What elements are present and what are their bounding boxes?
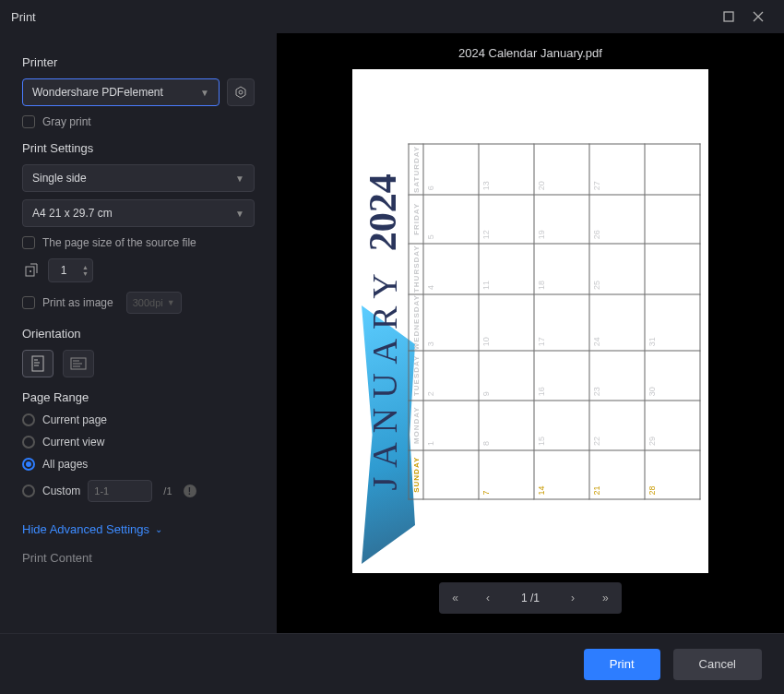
calendar-day-header: FRIDAY — [409, 194, 423, 243]
gray-print-checkbox[interactable] — [22, 115, 35, 128]
chevron-down-icon: ▼ — [235, 209, 244, 219]
calendar-cell: 30 — [645, 350, 700, 400]
orientation-landscape-button[interactable] — [63, 350, 94, 377]
page-navigator: « ‹ 1 /1 › » — [439, 582, 621, 614]
calendar-day-header: SATURDAY — [409, 144, 423, 195]
print-as-image-checkbox[interactable] — [22, 296, 35, 309]
calendar-cell — [645, 194, 700, 243]
copies-down[interactable]: ▼ — [82, 270, 89, 277]
calendar-cell: 19 — [534, 194, 589, 243]
calendar-cell: 11 — [479, 243, 534, 293]
calendar-cell: 6 — [423, 144, 479, 195]
maximize-button[interactable] — [714, 4, 743, 30]
page-range-label: Page Range — [22, 390, 255, 404]
copies-up[interactable]: ▲ — [82, 264, 89, 270]
document-filename: 2024 Calendar January.pdf — [458, 46, 602, 60]
svg-point-2 — [239, 90, 243, 94]
print-as-image-label: Print as image — [42, 296, 113, 309]
calendar-cell: 27 — [589, 144, 645, 195]
calendar-cell: 3 — [423, 293, 479, 350]
svg-rect-0 — [724, 12, 733, 21]
source-size-checkbox[interactable] — [22, 236, 35, 249]
calendar-cell: 12 — [479, 194, 534, 243]
calendar-cell: 31 — [645, 293, 700, 350]
calendar-cell: 1 — [423, 400, 479, 449]
print-settings-label: Print Settings — [22, 141, 255, 155]
calendar-cell: 22 — [589, 400, 645, 449]
titlebar: Print — [0, 0, 784, 33]
chevron-down-icon: ▼ — [235, 174, 244, 184]
advanced-settings-toggle[interactable]: Hide Advanced Settings ⌄ — [22, 522, 255, 536]
radio-current-view[interactable] — [22, 436, 35, 449]
printer-select[interactable]: Wondershare PDFelement ▼ — [22, 78, 220, 106]
copies-input[interactable] — [49, 259, 78, 281]
chevron-down-icon: ▼ — [167, 298, 175, 307]
calendar-cell: 20 — [534, 144, 589, 195]
svg-rect-4 — [32, 356, 43, 371]
calendar-day-header: TUESDAY — [409, 350, 423, 400]
calendar-day-header: SUNDAY — [409, 449, 423, 498]
window-title: Print — [11, 10, 714, 24]
orientation-portrait-button[interactable] — [22, 350, 53, 377]
calendar-grid: SUNDAYMONDAYTUESDAYWEDNESDAYTHURSDAYFRID… — [409, 143, 701, 499]
radio-all-pages[interactable] — [22, 458, 35, 471]
info-icon[interactable]: ! — [184, 485, 196, 497]
copies-spinner[interactable]: ▲▼ — [48, 258, 93, 282]
calendar-cell: 14 — [534, 449, 589, 498]
calendar-cell: 24 — [589, 293, 645, 350]
radio-custom[interactable] — [22, 485, 35, 497]
calendar-cell: 25 — [589, 243, 645, 293]
paper-size-select[interactable]: A4 21 x 29.7 cm ▼ — [22, 199, 255, 227]
calendar-month: JANUARY — [364, 264, 405, 490]
close-button[interactable] — [743, 4, 773, 30]
calendar-cell: 18 — [534, 243, 589, 293]
preview-panel: 2024 Calendar January.pdf JANUARY 2024 S… — [277, 33, 784, 633]
pager-first-button[interactable]: « — [446, 592, 464, 604]
printer-label: Printer — [22, 55, 255, 69]
settings-panel: Printer Wondershare PDFelement ▼ Gray pr… — [0, 33, 277, 633]
dpi-select[interactable]: 300dpi ▼ — [126, 292, 182, 314]
pager-last-button[interactable]: » — [597, 592, 614, 604]
calendar-day-header: THURSDAY — [409, 243, 423, 293]
calendar-cell: 28 — [645, 449, 700, 498]
calendar-cell: 5 — [423, 194, 479, 243]
calendar-cell: 2 — [423, 350, 479, 400]
source-size-label: The page size of the source file — [42, 236, 196, 249]
calendar-cell: 8 — [479, 400, 534, 449]
calendar-day-header: MONDAY — [409, 400, 423, 449]
calendar-day-header: WEDNESDAY — [409, 293, 423, 350]
pager-prev-button[interactable]: ‹ — [481, 592, 495, 604]
calendar-cell: 21 — [589, 449, 645, 498]
calendar-cell: 29 — [645, 400, 700, 449]
custom-range-input[interactable] — [88, 480, 152, 502]
printer-properties-button[interactable] — [227, 78, 255, 106]
calendar-cell: 7 — [479, 449, 534, 498]
radio-current-page[interactable] — [22, 413, 35, 426]
pager-info: 1 /1 — [512, 592, 549, 604]
cancel-button[interactable]: Cancel — [673, 649, 762, 680]
print-button[interactable]: Print — [584, 649, 660, 680]
calendar-cell: 4 — [423, 243, 479, 293]
calendar-cell — [645, 144, 700, 195]
calendar-cell — [423, 449, 479, 498]
calendar-cell: 23 — [589, 350, 645, 400]
calendar-cell: 9 — [479, 350, 534, 400]
svg-marker-1 — [236, 87, 245, 98]
duplex-select[interactable]: Single side ▼ — [22, 164, 255, 192]
dialog-footer: Print Cancel — [0, 633, 784, 694]
calendar-cell: 16 — [534, 350, 589, 400]
calendar-cell — [645, 243, 700, 293]
calendar-cell: 13 — [479, 144, 534, 195]
calendar-cell: 26 — [589, 194, 645, 243]
copies-icon — [22, 261, 41, 280]
pager-next-button[interactable]: › — [565, 592, 580, 604]
chevron-down-icon: ⌄ — [155, 524, 162, 534]
gray-print-label: Gray print — [42, 115, 91, 128]
orientation-label: Orientation — [22, 327, 255, 341]
chevron-down-icon: ▼ — [200, 88, 209, 98]
calendar-year: 2024 — [361, 174, 405, 251]
calendar-cell: 10 — [479, 293, 534, 350]
page-preview: JANUARY 2024 SUNDAYMONDAYTUESDAYWEDNESDA… — [352, 69, 708, 573]
calendar-cell: 17 — [534, 293, 589, 350]
print-content-label: Print Content — [22, 551, 255, 565]
